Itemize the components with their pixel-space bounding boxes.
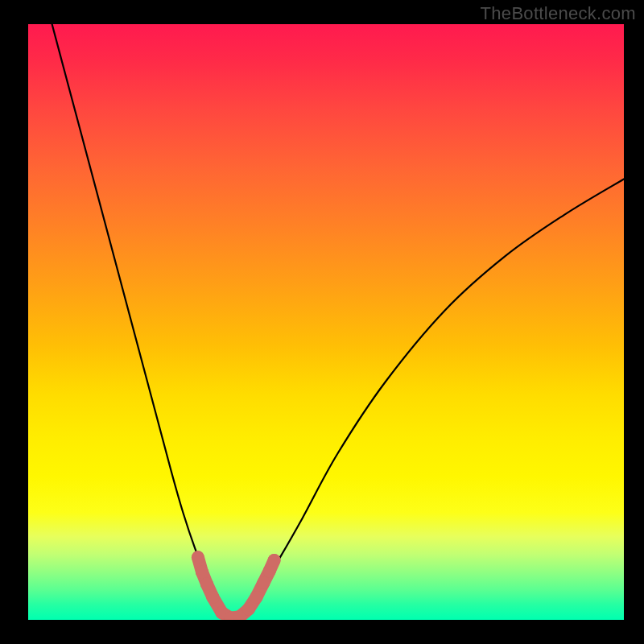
- marker-canvas: [28, 24, 624, 620]
- plot-area: [28, 24, 624, 620]
- watermark-text: TheBottleneck.com: [481, 3, 636, 24]
